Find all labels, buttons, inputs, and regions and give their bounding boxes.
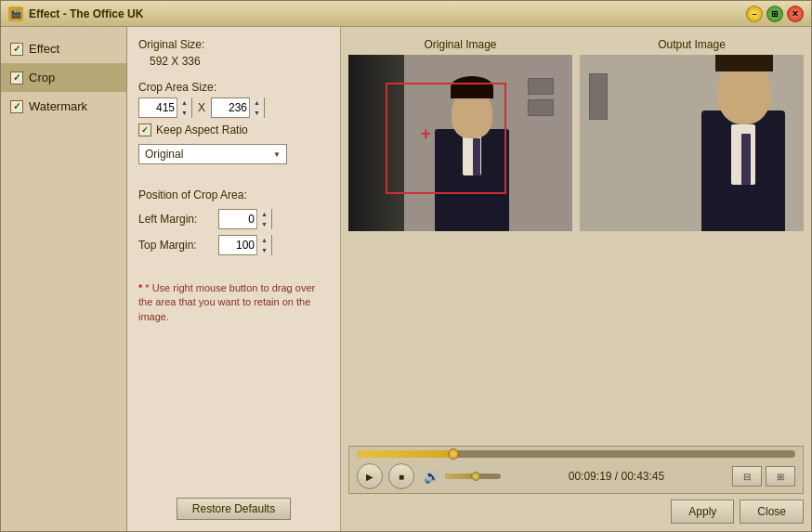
preview-area: Original Image	[341, 27, 811, 531]
output-wall-detail	[589, 73, 608, 120]
original-size-value: 592 X 336	[150, 55, 329, 68]
preview-images: Original Image	[348, 34, 804, 438]
left-margin-field[interactable]: 0	[219, 210, 256, 228]
view-split-button[interactable]: ⊞	[766, 466, 795, 487]
crosshair-icon: +	[421, 124, 431, 144]
sidebar-label-effect: Effect	[29, 42, 59, 56]
dropdown-row: Original ▼	[138, 144, 329, 164]
crop-width-arrows: ▲ ▼	[177, 97, 191, 118]
crop-height-up[interactable]: ▲	[250, 97, 264, 108]
crop-width-input[interactable]: 415 ▲ ▼	[138, 97, 192, 118]
crop-height-field[interactable]: 236	[212, 98, 249, 117]
output-hair	[715, 55, 773, 71]
sidebar-label-watermark: Watermark	[29, 99, 87, 113]
restore-defaults-area: Restore Defaults	[138, 490, 329, 520]
crop-checkbox[interactable]	[10, 71, 23, 84]
left-margin-down[interactable]: ▼	[257, 219, 271, 229]
app-icon: 🎬	[8, 6, 23, 21]
x-separator: X	[198, 101, 205, 114]
hint-star: *	[138, 282, 142, 293]
left-margin-label: Left Margin:	[138, 213, 213, 226]
maximize-button[interactable]: ⊞	[766, 6, 783, 22]
hint-content: * Use right mouse button to drag over th…	[138, 282, 315, 322]
time-separator: /	[611, 470, 621, 483]
play-button[interactable]: ▶	[357, 463, 383, 489]
sidebar-item-effect[interactable]: Effect	[1, 34, 126, 63]
crop-width-up[interactable]: ▲	[177, 97, 191, 108]
progress-fill	[357, 450, 453, 458]
top-margin-field[interactable]: 100	[219, 236, 256, 254]
window-title: Effect - The Office UK	[29, 7, 746, 20]
time-current: 00:09:19	[569, 470, 612, 483]
aspect-ratio-label: Keep Aspect Ratio	[156, 123, 248, 136]
watermark-checkbox[interactable]	[10, 100, 23, 113]
volume-thumb[interactable]	[471, 472, 480, 481]
aspect-ratio-row: Keep Aspect Ratio	[138, 123, 329, 136]
crop-height-down[interactable]: ▼	[250, 108, 264, 118]
original-size-label: Original Size:	[138, 38, 329, 51]
progress-track[interactable]	[357, 450, 795, 458]
crop-width-down[interactable]: ▼	[177, 108, 191, 118]
dropdown-value: Original	[145, 148, 183, 161]
minimize-button[interactable]: –	[746, 6, 763, 22]
original-image-panel: Original Image	[348, 38, 572, 231]
time-display: 00:09:19 / 00:43:45	[506, 470, 727, 483]
close-button[interactable]: Close	[740, 500, 804, 524]
close-button[interactable]: ✕	[787, 6, 804, 22]
top-margin-input[interactable]: 100 ▲ ▼	[218, 235, 272, 255]
top-margin-up[interactable]: ▲	[257, 235, 271, 245]
volume-icon: 🔊	[424, 469, 439, 484]
restore-defaults-button[interactable]: Restore Defaults	[177, 498, 291, 520]
sidebar: Effect Crop Watermark	[1, 27, 127, 531]
main-window: 🎬 Effect - The Office UK – ⊞ ✕ Effect Cr…	[0, 0, 812, 532]
left-margin-row: Left Margin: 0 ▲ ▼	[138, 209, 329, 229]
hint-text: * * Use right mouse button to drag over …	[138, 281, 329, 324]
original-image-frame: +	[348, 55, 572, 231]
volume-track[interactable]	[445, 474, 501, 479]
progress-bar-area	[357, 450, 795, 458]
view-controls: ⊟ ⊞	[732, 466, 795, 487]
left-margin-arrows: ▲ ▼	[256, 209, 271, 229]
crop-size-row: 415 ▲ ▼ X 236 ▲ ▼	[138, 97, 329, 118]
left-margin-input[interactable]: 0 ▲ ▼	[218, 209, 272, 229]
top-margin-arrows: ▲ ▼	[256, 235, 271, 255]
left-margin-up[interactable]: ▲	[257, 209, 271, 219]
apply-button[interactable]: Apply	[671, 500, 734, 524]
controls-row: ▶ ■ 🔊 00:09:19 / 00:43:45 ⊟ ⊞	[357, 463, 795, 489]
stop-button[interactable]: ■	[388, 463, 414, 489]
original-size-section: Original Size: 592 X 336	[138, 38, 329, 68]
progress-thumb[interactable]	[448, 448, 459, 460]
output-image-panel: Output Image	[580, 38, 804, 231]
effect-checkbox[interactable]	[10, 43, 23, 56]
aspect-ratio-checkbox[interactable]	[138, 123, 151, 136]
crop-area-section: Crop Area Size: 415 ▲ ▼ X 236 ▲	[138, 81, 329, 175]
crop-height-arrows: ▲ ▼	[249, 97, 264, 118]
main-content: Effect Crop Watermark Original Size: 592…	[1, 27, 811, 531]
settings-panel: Original Size: 592 X 336 Crop Area Size:…	[127, 27, 341, 531]
top-margin-row: Top Margin: 100 ▲ ▼	[138, 235, 329, 255]
original-image-title: Original Image	[348, 38, 572, 51]
sidebar-item-crop[interactable]: Crop	[1, 63, 126, 92]
output-image-frame	[580, 55, 804, 231]
crop-width-field[interactable]: 415	[139, 98, 177, 117]
crop-area-label: Crop Area Size:	[138, 81, 329, 94]
top-margin-label: Top Margin:	[138, 239, 213, 252]
player-controls: ▶ ■ 🔊 00:09:19 / 00:43:45 ⊟ ⊞	[348, 446, 804, 494]
output-image-title: Output Image	[580, 38, 804, 51]
view-original-button[interactable]: ⊟	[732, 466, 762, 487]
title-bar: 🎬 Effect - The Office UK – ⊞ ✕	[1, 1, 811, 27]
position-section: Position of Crop Area: Left Margin: 0 ▲ …	[138, 188, 329, 261]
aspect-ratio-dropdown[interactable]: Original ▼	[138, 144, 287, 164]
position-label: Position of Crop Area:	[138, 188, 329, 201]
sidebar-item-watermark[interactable]: Watermark	[1, 92, 126, 121]
crop-height-input[interactable]: 236 ▲ ▼	[211, 97, 265, 118]
top-margin-down[interactable]: ▼	[257, 245, 271, 255]
dropdown-arrow-icon: ▼	[273, 150, 281, 159]
sidebar-label-crop: Crop	[29, 71, 55, 84]
time-total: 00:43:45	[622, 470, 665, 483]
bottom-buttons: Apply Close	[348, 500, 804, 524]
window-controls: – ⊞ ✕	[746, 6, 804, 22]
